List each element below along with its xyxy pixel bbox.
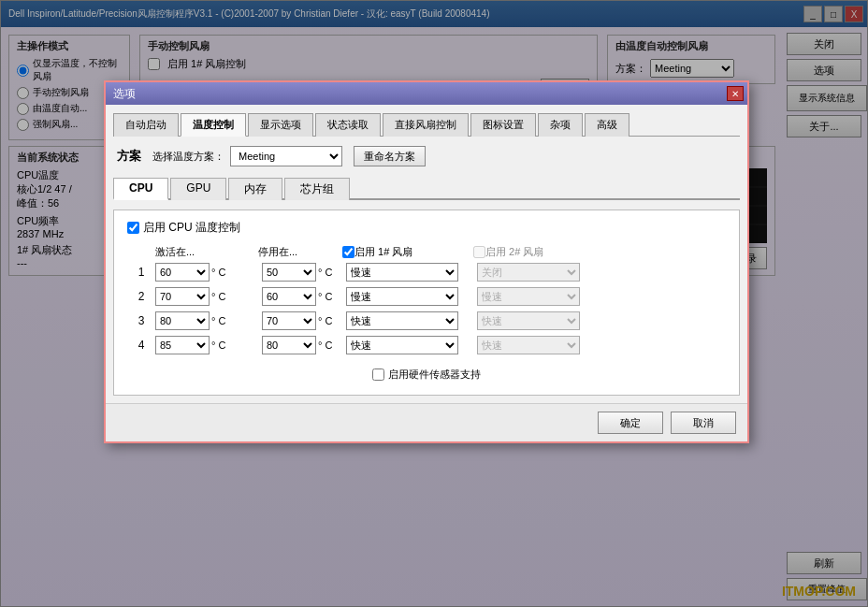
dialog-close-button[interactable]: ✕ — [727, 86, 744, 101]
level-2: 2 — [127, 290, 155, 303]
activate-2-select[interactable]: 70 — [155, 287, 210, 306]
sub-tab-memory[interactable]: 内存 — [228, 178, 282, 200]
sub-tab-gpu[interactable]: GPU — [170, 178, 226, 200]
cpu-content-area: 启用 CPU 温度控制 激活在... 停用在... 启用 1# 风扇 — [113, 210, 740, 396]
activate-2-wrap: 70 ° C — [155, 287, 258, 306]
hardware-sensor-row: 启用硬件传感器支持 — [127, 368, 726, 382]
dialog-overlay: 选项 ✕ 自动启动 温度控制 显示选项 状态读取 直接风扇控制 图标设置 杂项 … — [1, 1, 867, 606]
fan1-speed-2-select[interactable]: 慢速 快速 关闭 — [346, 287, 458, 306]
fan2-enable-label: 启用 2# 风扇 — [485, 245, 543, 259]
deactivate-1-wrap: 50 ° C — [262, 263, 346, 282]
header-activate: 激活在... — [155, 245, 258, 259]
deactivate-2-select[interactable]: 60 — [262, 287, 316, 306]
tab-status-read[interactable]: 状态读取 — [315, 113, 381, 137]
tab-auto-start[interactable]: 自动启动 — [113, 113, 179, 137]
fan1-3-wrap: 快速 慢速 关闭 — [346, 311, 477, 330]
sub-tab-chipset[interactable]: 芯片组 — [284, 178, 350, 200]
options-dialog: 选项 ✕ 自动启动 温度控制 显示选项 状态读取 直接风扇控制 图标设置 杂项 … — [104, 80, 749, 443]
table-row: 3 80 ° C 70 ° C — [127, 311, 726, 330]
deactivate-3-select[interactable]: 70 — [262, 311, 316, 330]
fan2-3-wrap: 快速 慢速 关闭 — [477, 311, 599, 330]
fan1-speed-3-select[interactable]: 快速 慢速 关闭 — [346, 311, 458, 330]
fan2-2-wrap: 慢速 快速 关闭 — [477, 287, 599, 306]
hardware-sensor-label: 启用硬件传感器支持 — [388, 368, 481, 382]
hardware-sensor-checkbox[interactable] — [372, 369, 384, 381]
dialog-body: 自动启动 温度控制 显示选项 状态读取 直接风扇控制 图标设置 杂项 高级 方案… — [106, 105, 747, 403]
cpu-enable-row: 启用 CPU 温度控制 — [127, 220, 726, 236]
sub-tab-cpu[interactable]: CPU — [113, 178, 168, 200]
fan2-speed-3-select[interactable]: 快速 慢速 关闭 — [477, 311, 580, 330]
fan2-speed-4-select[interactable]: 快速 慢速 关闭 — [477, 336, 580, 354]
fan1-1-wrap: 慢速 快速 关闭 — [346, 263, 477, 282]
deactivate-4-wrap: 80 ° C — [262, 336, 346, 354]
table-row: 1 60 ° C 50 ° C — [127, 263, 726, 282]
fan2-4-wrap: 快速 慢速 关闭 — [477, 336, 599, 354]
ok-button[interactable]: 确定 — [598, 412, 663, 434]
cpu-enable-label: 启用 CPU 温度控制 — [143, 220, 240, 236]
fan1-enable-checkbox[interactable] — [342, 246, 354, 258]
tab-misc[interactable]: 杂项 — [538, 113, 583, 137]
activate-1-select[interactable]: 60 — [155, 263, 210, 282]
deactivate-1-select[interactable]: 50 — [262, 263, 316, 282]
fan2-speed-2-select[interactable]: 慢速 快速 关闭 — [477, 287, 580, 306]
activate-3-select[interactable]: 80 — [155, 311, 210, 330]
deactivate-3-wrap: 70 ° C — [262, 311, 346, 330]
dialog-footer: 确定 取消 — [106, 403, 747, 441]
scheme-select-label: 选择温度方案： — [152, 150, 224, 164]
activate-1-wrap: 60 ° C — [155, 263, 258, 282]
activate-4-select[interactable]: 85 — [155, 336, 210, 354]
level-4: 4 — [127, 339, 155, 352]
activate-4-wrap: 85 ° C — [155, 336, 258, 354]
fan2-1-wrap: 关闭 慢速 快速 — [477, 263, 599, 282]
header-deactivate: 停用在... — [258, 245, 342, 259]
dialog-title-bar: 选项 ✕ — [106, 82, 747, 105]
table-row: 4 85 ° C 80 ° C — [127, 336, 726, 354]
level-1: 1 — [127, 266, 155, 279]
tab-advanced[interactable]: 高级 — [585, 113, 629, 137]
tab-display-options[interactable]: 显示选项 — [248, 113, 313, 137]
fan2-enable-checkbox[interactable] — [473, 246, 485, 258]
cancel-button[interactable]: 取消 — [671, 412, 736, 434]
deactivate-2-wrap: 60 ° C — [262, 287, 346, 306]
fan1-speed-4-select[interactable]: 快速 慢速 关闭 — [346, 336, 458, 354]
fan1-2-wrap: 慢速 快速 关闭 — [346, 287, 477, 306]
deactivate-4-select[interactable]: 80 — [262, 336, 316, 354]
fan2-enable-row: 启用 2# 风扇 — [473, 245, 595, 259]
fan1-speed-1-select[interactable]: 慢速 快速 关闭 — [346, 263, 458, 282]
level-3: 3 — [127, 314, 155, 327]
fan2-speed-1-select[interactable]: 关闭 慢速 快速 — [477, 263, 580, 282]
rename-scheme-button[interactable]: 重命名方案 — [354, 146, 426, 166]
scheme-area-title: 方案 — [117, 148, 141, 165]
tab-direct-fan[interactable]: 直接风扇控制 — [383, 113, 469, 137]
dialog-title: 选项 — [113, 86, 136, 102]
scheme-dropdown[interactable]: Meeting — [230, 146, 342, 166]
fan1-enable-row: 启用 1# 风扇 — [342, 245, 473, 259]
sub-tab-bar: CPU GPU 内存 芯片组 — [113, 176, 740, 200]
cpu-enable-checkbox[interactable] — [127, 222, 139, 234]
main-tab-bar: 自动启动 温度控制 显示选项 状态读取 直接风扇控制 图标设置 杂项 高级 — [113, 112, 740, 137]
activate-3-wrap: 80 ° C — [155, 311, 258, 330]
fan1-enable-label: 启用 1# 风扇 — [354, 245, 412, 259]
tab-icon-settings[interactable]: 图标设置 — [470, 113, 536, 137]
main-window: Dell Inspiron/Latitude/Precision风扇控制程序V3… — [0, 0, 868, 607]
table-row: 2 70 ° C 60 ° C — [127, 287, 726, 306]
tab-temp-control[interactable]: 温度控制 — [181, 113, 246, 137]
fan1-4-wrap: 快速 慢速 关闭 — [346, 336, 477, 354]
